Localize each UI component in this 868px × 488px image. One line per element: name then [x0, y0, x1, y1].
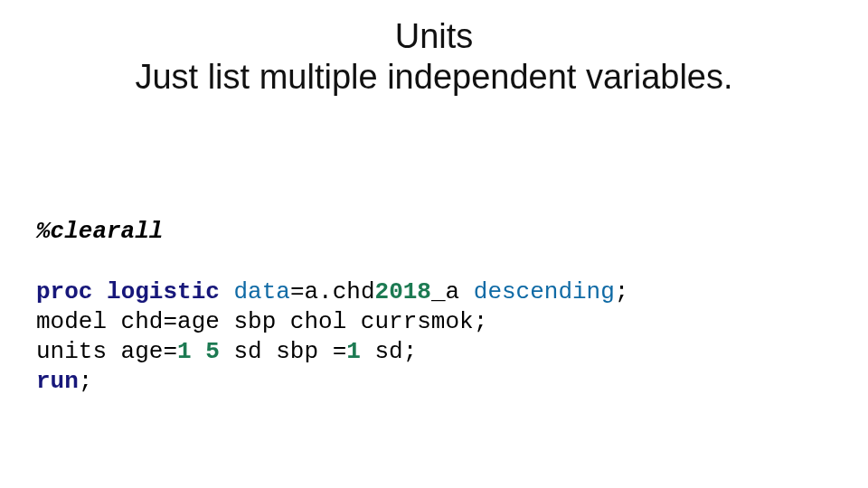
kw-logistic: logistic — [107, 278, 220, 305]
semi-4: ; — [79, 368, 93, 395]
kw-model: model — [36, 308, 107, 335]
kw-proc: proc — [36, 278, 92, 305]
ds-lib: a — [305, 278, 319, 305]
units-c: sd — [361, 338, 403, 365]
ds-name-a: chd — [333, 278, 375, 305]
units-a: age= — [107, 338, 177, 365]
kw-units: units — [36, 338, 107, 365]
title-line-2: Just list multiple independent variables… — [0, 57, 868, 98]
sp-1 — [192, 338, 206, 365]
opt-data: data — [233, 278, 289, 305]
slide-title: Units Just list multiple independent var… — [0, 16, 868, 98]
num-1a: 1 — [177, 338, 192, 365]
model-rest: chd=age sbp chol currsmok — [107, 308, 474, 335]
num-5: 5 — [205, 338, 220, 365]
ds-year: 2018 — [375, 278, 431, 305]
kw-run: run — [36, 368, 79, 395]
code-block: %clearall proc logistic data=a.chd2018_a… — [36, 217, 628, 398]
eq-1: = — [290, 278, 305, 305]
macro-percent: % — [36, 218, 51, 245]
num-1b: 1 — [346, 338, 361, 365]
title-line-1: Units — [0, 16, 868, 57]
units-b: sd sbp = — [220, 338, 346, 365]
semi-3: ; — [403, 338, 418, 365]
slide: Units Just list multiple independent var… — [0, 0, 868, 488]
macro-name: clearall — [51, 218, 164, 245]
semi-2: ; — [474, 308, 488, 335]
semi-1: ; — [615, 278, 629, 305]
ds-suffix: _a — [431, 278, 459, 305]
dot: . — [318, 278, 333, 305]
opt-descending: descending — [474, 278, 615, 305]
